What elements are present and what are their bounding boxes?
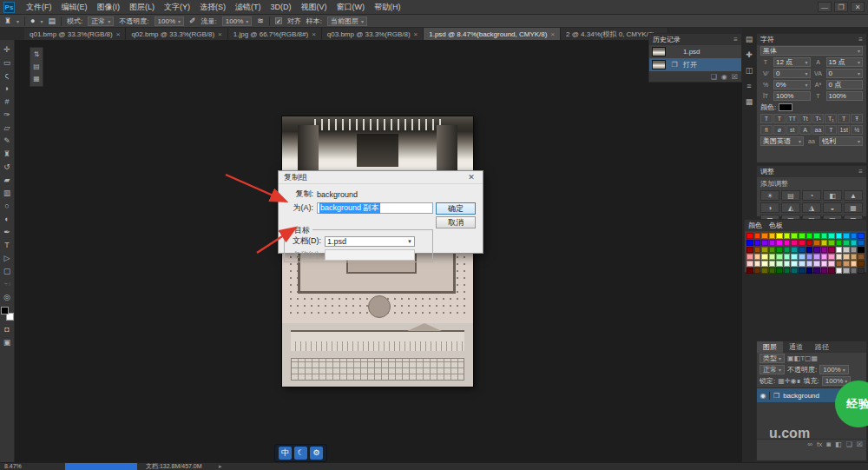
color-swatch[interactable]	[761, 254, 768, 260]
opentype-button[interactable]: st	[786, 125, 799, 135]
text-color-swatch[interactable]	[779, 103, 792, 111]
restore-button[interactable]: ❐	[834, 2, 848, 12]
color-swatch[interactable]	[761, 240, 768, 246]
brush-panel-toggle-icon[interactable]: ▤	[49, 17, 56, 25]
move-tool[interactable]: ✛	[0, 43, 15, 56]
color-swatch[interactable]	[828, 240, 835, 246]
color-swatch[interactable]	[799, 261, 806, 267]
lock-icon[interactable]: ▦	[778, 377, 785, 385]
flow-select[interactable]: 100%▾	[222, 17, 252, 26]
opentype-button[interactable]: fi	[760, 125, 773, 135]
font-size-select[interactable]: 12 点▾	[773, 57, 811, 67]
layer-filter-select[interactable]: 类型▾	[760, 354, 785, 363]
hand-tool[interactable]: ☜	[0, 278, 15, 291]
color-swatch[interactable]	[821, 233, 828, 239]
healing-brush-tool[interactable]: ▱	[0, 122, 15, 135]
color-swatch[interactable]	[813, 261, 820, 267]
mini-dock-icon-2[interactable]: ▤	[33, 63, 40, 71]
color-swatch[interactable]	[843, 233, 850, 239]
new-layer-icon[interactable]: ❏	[846, 440, 852, 448]
document-tab[interactable]: 1.jpg @ 66.7%(RGB/8#) ×	[228, 28, 322, 40]
levels-adjustment-icon[interactable]: ▤	[781, 190, 800, 201]
layer-opacity-select[interactable]: 100%▾	[819, 365, 848, 374]
collapsed-panel-icon-5[interactable]: ▦	[746, 97, 753, 106]
menu-item[interactable]: 选择(S)	[195, 0, 230, 14]
moon-icon[interactable]: ☾	[294, 447, 307, 460]
minimize-button[interactable]: —	[818, 2, 832, 12]
color-swatch[interactable]	[746, 233, 753, 239]
color-swatch[interactable]	[806, 247, 813, 253]
color-swatch[interactable]	[776, 247, 783, 253]
color-swatch[interactable]	[836, 240, 843, 246]
color-swatch[interactable]	[851, 261, 858, 267]
color-swatch[interactable]	[784, 254, 791, 260]
rectangular-marquee-tool[interactable]: ▭	[0, 56, 15, 70]
color-swatch[interactable]	[806, 268, 813, 274]
color-swatch[interactable]	[813, 233, 820, 239]
document-tab[interactable]: q01.bmp @ 33.3%(RGB/8) ×	[24, 28, 126, 40]
color-swatch[interactable]	[821, 247, 828, 253]
close-button[interactable]: ✕	[851, 2, 865, 12]
color-swatch[interactable]	[769, 268, 776, 274]
adjustment-layer-icon[interactable]: ◧	[835, 440, 842, 448]
dialog-close-icon[interactable]: ✕	[465, 173, 477, 182]
leading-select[interactable]: 15 点▾	[826, 57, 864, 67]
opentype-button[interactable]: 1st	[838, 125, 850, 135]
panel-menu-icon[interactable]: ≡	[858, 36, 863, 43]
lock-icon[interactable]: ✛	[785, 377, 791, 385]
mini-dock-icon-3[interactable]: ▦	[33, 75, 40, 83]
tool-preset-icon[interactable]: ♜	[4, 17, 11, 25]
format-button[interactable]: T¹	[812, 114, 825, 123]
path-selection-tool[interactable]: ▷	[0, 252, 15, 265]
eyedropper-tool[interactable]: ✑	[0, 109, 15, 122]
menu-item[interactable]: 文件(F)	[22, 0, 56, 14]
color-swatch[interactable]	[776, 254, 783, 260]
brightness-contrast-adjustment-icon[interactable]: ☀	[760, 190, 779, 201]
format-button[interactable]: T	[838, 114, 850, 123]
color-swatch[interactable]	[836, 247, 843, 253]
clone-stamp-tool[interactable]: ♜	[0, 148, 15, 161]
color-swatch[interactable]	[791, 247, 798, 253]
color-swatch[interactable]	[836, 254, 843, 260]
photo-filter-adjustment-icon[interactable]: ◒	[823, 202, 842, 213]
history-panel-title[interactable]: 历史记录	[653, 35, 681, 44]
brush-picker-caret-icon[interactable]: ▾	[41, 18, 43, 24]
delete-state-icon[interactable]: ☒	[732, 73, 738, 81]
layer-filter-icon[interactable]: ▣	[787, 354, 794, 362]
layer-filter-icon[interactable]: ◧	[794, 354, 801, 362]
cancel-button[interactable]: 取消	[436, 216, 476, 228]
color-swatch[interactable]	[754, 254, 761, 260]
menu-item[interactable]: 窗口(W)	[332, 0, 370, 14]
color-swatch[interactable]	[843, 247, 850, 253]
channel-mixer-adjustment-icon[interactable]: ▦	[844, 202, 863, 213]
panel-menu-icon[interactable]: ≡	[733, 36, 738, 43]
color-swatch[interactable]	[806, 240, 813, 246]
color-swatch[interactable]	[843, 268, 850, 274]
color-swatch[interactable]	[836, 233, 843, 239]
color-swatch[interactable]	[851, 254, 858, 260]
ok-button[interactable]: 确定	[436, 202, 476, 215]
color-swatch[interactable]	[828, 268, 835, 274]
color-swatch[interactable]	[754, 247, 761, 253]
tab-close-icon[interactable]: ×	[550, 30, 555, 38]
color-swatch[interactable]	[761, 261, 768, 267]
color-swatch[interactable]	[799, 268, 806, 274]
hue-saturation-adjustment-icon[interactable]: ◑	[760, 202, 779, 213]
collapsed-panel-icon-3[interactable]: ◫	[746, 66, 753, 75]
layer-style-icon[interactable]: fx	[817, 440, 822, 448]
color-swatch[interactable]	[843, 261, 850, 267]
color-swatch[interactable]	[761, 268, 768, 274]
airbrush-icon[interactable]: ≋	[257, 17, 264, 25]
collapsed-panel-icon-1[interactable]: ▤	[746, 35, 753, 43]
sample-select[interactable]: 当前图层▾	[327, 17, 367, 26]
color-swatch[interactable]	[828, 261, 835, 267]
adjustments-panel-title[interactable]: 调整	[760, 167, 774, 176]
crop-tool[interactable]: #	[0, 96, 15, 109]
color-swatch[interactable]	[821, 268, 828, 274]
color-swatch[interactable]	[791, 254, 798, 260]
color-swatch[interactable]	[791, 261, 798, 267]
tab-close-icon[interactable]: ×	[312, 30, 316, 38]
curves-adjustment-icon[interactable]: ◔	[802, 190, 821, 201]
as-name-input[interactable]: background 副本	[317, 202, 433, 214]
layer-mask-icon[interactable]: ◙	[826, 440, 831, 448]
